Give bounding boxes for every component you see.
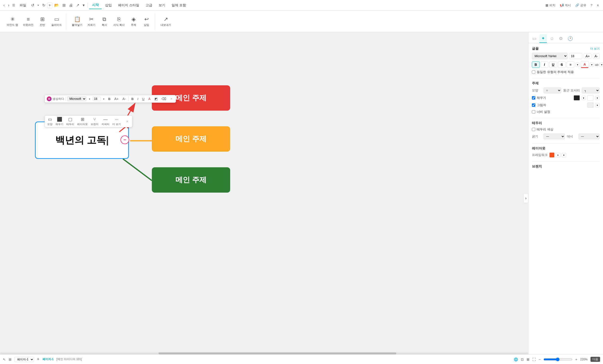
bold-button-ft[interactable]: B [107, 96, 112, 102]
menu-all-include[interactable]: 일체 포함 [169, 2, 189, 9]
pitch-button[interactable]: ▦ 피치 [544, 2, 557, 8]
insert-button[interactable]: ↩ 삽입 [140, 15, 152, 28]
forward-button[interactable]: › [7, 2, 11, 8]
ft2-border[interactable]: ▢ 테두리 [66, 117, 74, 126]
main-topic-green[interactable]: 메인 주제 [152, 167, 230, 193]
mindmap-mode-button[interactable]: ✳ 마인드 맵 [5, 15, 20, 28]
fill-color-box[interactable] [574, 95, 580, 101]
border-thickness-select[interactable]: — ── [544, 134, 565, 139]
new-button[interactable]: + [47, 2, 52, 8]
ft2-layout[interactable]: ⊞ 레이아웃 [77, 117, 88, 126]
copy-button[interactable]: ⧉ 복사 [98, 15, 110, 28]
tab-history[interactable]: 🕐 [566, 34, 575, 43]
cursor-tool-button[interactable]: ↖ [3, 357, 6, 361]
topic-button[interactable]: ◈ 주제 [128, 15, 139, 28]
font-more-button[interactable]: 더 보기 [590, 47, 600, 51]
ft-highlight-btn[interactable]: ◩ [153, 96, 159, 102]
border-color-checkbox[interactable] [532, 128, 535, 131]
width-checkbox[interactable] [532, 110, 535, 114]
fit-page-button[interactable]: ⊠ [527, 357, 530, 361]
rp-strike-button[interactable]: S [558, 61, 566, 68]
das-button[interactable]: 다음 [591, 357, 600, 362]
shape-select[interactable]: ○ ▭ ◇ [544, 87, 561, 93]
share-button[interactable]: 🔗 공유 [573, 2, 588, 8]
undo-dropdown[interactable]: ▾ [36, 3, 40, 8]
fill-checkbox[interactable] [532, 96, 535, 100]
rp-underline-button[interactable]: U [549, 61, 557, 68]
help-button[interactable]: ? [589, 2, 594, 8]
ft-underline-btn[interactable]: U [141, 96, 146, 102]
open-button[interactable]: 📂 [53, 2, 60, 8]
font-name-select[interactable]: Microsoft [67, 96, 86, 101]
fill-color-dropdown[interactable]: ▾ [581, 96, 586, 100]
ft2-more[interactable]: ··· 더 보기 [112, 117, 121, 126]
menu-advanced[interactable]: 고급 [143, 2, 155, 9]
rp-bold-button[interactable]: B [532, 61, 540, 68]
shadow-color-dropdown[interactable]: ▾ [595, 103, 600, 107]
cut-button[interactable]: ✂ 자르기 [85, 15, 97, 28]
ft2-shape[interactable]: ▭ 모양 [47, 117, 53, 126]
globe-button[interactable]: 🌐 [514, 357, 518, 361]
more-button[interactable]: ▾ [81, 2, 86, 8]
rp-color-dropdown[interactable]: ▾ [590, 63, 594, 67]
rp-font-name-select[interactable]: Microsoft YaHei [532, 53, 568, 59]
fill-secondary-color[interactable] [587, 95, 594, 101]
page-select[interactable]: 페이지-1 [14, 357, 34, 362]
print-button[interactable]: 🖨 [68, 2, 74, 8]
border-dash-select[interactable]: — - - [579, 134, 600, 139]
rp-ab-dropdown[interactable]: ▾ [599, 63, 603, 67]
ft-font-dropdown2[interactable]: ▾ [102, 97, 105, 101]
publish-button[interactable]: 📢 게시 [558, 2, 573, 8]
rp-size-down-button[interactable]: A- [593, 54, 600, 59]
ft-size-up[interactable]: A+ [113, 96, 120, 102]
ft-font-dropdown[interactable]: ▾ [88, 97, 91, 101]
outline-mode-button[interactable]: ≡ 아웃라인 [21, 15, 35, 28]
ft-close-btn[interactable]: ✕ [169, 96, 174, 101]
rp-italic-button[interactable]: I [541, 61, 548, 68]
kanban-mode-button[interactable]: ⊞ 칸반 [36, 15, 48, 28]
rp-align-button[interactable]: ≡ [567, 61, 574, 68]
zoom-slider[interactable] [544, 357, 572, 361]
add-page-button[interactable]: + [37, 357, 40, 362]
tab-shape[interactable]: ▭ [531, 34, 538, 43]
back-button[interactable]: ‹ [2, 2, 6, 8]
export-button-tb[interactable]: ↗ 내보내기 [159, 15, 173, 28]
shadow-color-box[interactable] [587, 103, 594, 108]
zoom-out-button[interactable]: − [539, 357, 541, 361]
export-button[interactable]: ↗ [75, 2, 81, 8]
ft2-connector[interactable]: — 커넥터 [102, 117, 109, 126]
ft2-fill[interactable]: ⬛ 채우기 [56, 117, 63, 126]
slide-mode-button[interactable]: ▭ 슬라이드 [49, 15, 64, 28]
rp-font-color-button[interactable]: A [581, 61, 589, 68]
ft-italic-btn[interactable]: I [136, 96, 139, 102]
rp-size-up-button[interactable]: A+ [584, 54, 591, 59]
minus-button[interactable]: − [120, 135, 129, 144]
menu-start[interactable]: 시작 [89, 1, 102, 9]
tab-emoji[interactable]: ☺ [548, 34, 556, 43]
rp-font-size-input[interactable] [569, 53, 582, 59]
fullscreen-button[interactable]: ⛶ [532, 357, 536, 361]
ft-size-down[interactable]: A- [121, 96, 127, 102]
collapse-panel-button[interactable]: › [523, 193, 528, 203]
ft-eraser-btn[interactable]: ⌫ [160, 96, 167, 102]
ft2-branch[interactable]: ⑂ 브랜치 [91, 117, 99, 126]
menu-page-style[interactable]: 페이지 스타일 [115, 2, 142, 9]
ft-bold-btn[interactable]: B [130, 96, 135, 102]
shadow-checkbox[interactable] [532, 103, 535, 107]
canvas-container[interactable]: M 생성하다 Microsoft ▾ ▾ B A+ A- B I U A ◩ ⌫… [0, 32, 528, 364]
fit-width-button[interactable]: ⊡ [521, 357, 524, 361]
tab-settings[interactable]: ⚙ [557, 34, 565, 43]
ft2-close-btn[interactable]: ✕ [125, 119, 130, 124]
framework-dropdown[interactable]: ▾ [562, 153, 566, 157]
menu-insert[interactable]: 삽입 [102, 2, 115, 9]
font-size-input[interactable] [93, 97, 101, 101]
file-menu[interactable]: 파일 [17, 2, 29, 9]
ft-color-btn[interactable]: A [147, 96, 151, 102]
canvas-scrollbar[interactable] [0, 352, 528, 354]
fill-secondary-dropdown[interactable]: ▾ [595, 96, 600, 100]
zoom-in-button[interactable]: + [575, 357, 577, 361]
undo-button[interactable]: ↺ [30, 2, 36, 8]
paste-button[interactable]: 📋 붙여넣기 [70, 15, 84, 28]
format-copy-button[interactable]: ⎘ 서식 복사 [111, 15, 127, 28]
fit-view-button[interactable]: ⊞ [9, 357, 12, 361]
